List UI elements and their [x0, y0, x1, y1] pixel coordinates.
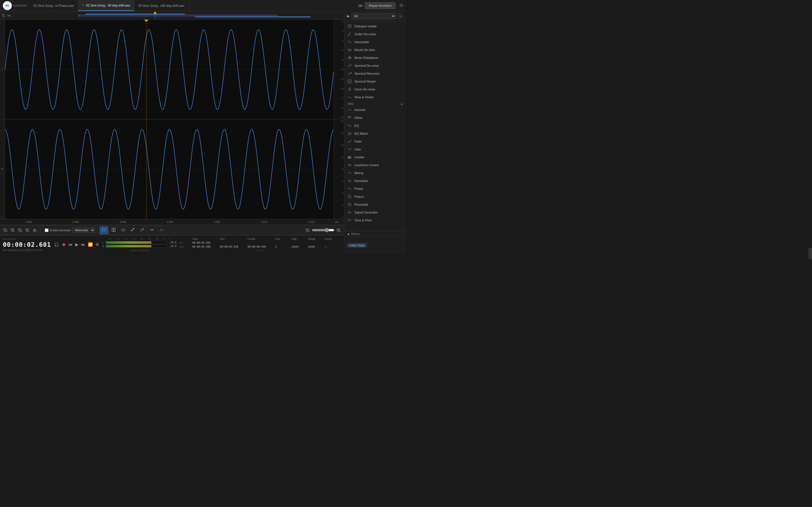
curve-tool[interactable] [157, 226, 166, 234]
overflow-tabs-icon[interactable]: ≫ [358, 3, 363, 9]
module-item-mixing[interactable]: Mixing [344, 169, 406, 177]
gain-icon [347, 147, 352, 152]
hand-tool-button[interactable] [32, 227, 38, 233]
record-button[interactable]: ⏺ [61, 241, 66, 247]
zoom-out-button[interactable] [2, 227, 8, 233]
select-magic-tool[interactable] [129, 226, 137, 234]
collapse-icon[interactable]: ⇅ [2, 13, 5, 18]
module-item-plugin[interactable]: Plug-in [344, 193, 406, 201]
module-item-phase[interactable]: Phase [344, 185, 406, 193]
instant-process-checkbox[interactable] [45, 228, 49, 232]
module-item-eq[interactable]: EQ [344, 122, 406, 129]
headphones-button[interactable]: 🎧 [53, 241, 60, 247]
module-item-voice-denoise[interactable]: Voice De-noise [344, 86, 406, 93]
module-filter-select[interactable]: All Repair Utility [351, 13, 396, 19]
module-item-spectral-denoise[interactable]: Spectral De-noise [344, 62, 406, 69]
module-item-resample[interactable]: Resample [344, 201, 406, 209]
settings-icon[interactable]: ⟳ [400, 3, 403, 8]
module-item-dialogue-isolate[interactable]: Dialogue Isolate [344, 22, 406, 30]
loudness-control-label: Loudness Control [354, 163, 378, 167]
module-item-mouth-declick[interactable]: Mouth De-click [344, 46, 406, 54]
level-tool[interactable] [148, 226, 156, 234]
music-rebalance-icon [347, 55, 352, 60]
module-item-loudness-control[interactable]: Loudness Control [344, 161, 406, 169]
svg-rect-49 [350, 157, 350, 159]
tab-file-1[interactable]: 01 Sine Gong - In Phase.wav [30, 0, 78, 11]
select-rect-tool[interactable] [100, 226, 108, 234]
module-item-fade[interactable]: Fade [344, 137, 406, 145]
utility-section-arrow[interactable]: ▲ [400, 102, 403, 105]
waveform-canvas-L [5, 20, 334, 119]
signal-generator-label: Signal Generator [354, 211, 378, 214]
zoom-in-button[interactable] [10, 227, 16, 233]
module-item-gain[interactable]: Gain [344, 145, 406, 153]
module-item-azimuth[interactable]: Azimuth [344, 106, 406, 114]
tab-file-2[interactable]: ✕ 02 Sine Gong - 90 deg shift.wav [78, 0, 135, 11]
repair-assistant-button[interactable]: Repair Assistant [365, 2, 396, 9]
guitar-denoise-icon [347, 32, 352, 37]
process-mode-select[interactable]: Attenuate Replace Soft Clip [72, 227, 95, 233]
history-expand-arrow[interactable]: ▲ [347, 232, 350, 235]
timeline-ruler[interactable] [12, 11, 344, 19]
play-button[interactable]: ▶ [74, 241, 79, 247]
instant-process-label[interactable]: Instant process [50, 228, 71, 232]
module-item-time-pitch[interactable]: Time & Pitch [344, 216, 406, 224]
module-item-normalize[interactable]: Normalize [344, 177, 406, 185]
instant-process-group: Instant process Attenuate Replace Soft C… [45, 227, 95, 233]
cursor-header: Cursor [324, 237, 341, 240]
db-scale: -2 -3 -4 -6 -8 -10 -15 -20 ∞ -20 -15 -20… [334, 20, 344, 219]
utility-section-label: Utility [347, 102, 354, 105]
app-subtitle: ADVANCED [13, 4, 27, 7]
toolbar: Instant process Attenuate Replace Soft C… [0, 225, 344, 235]
normalize-label: Normalize [354, 179, 368, 182]
right-panel: ▶ All Repair Utility ≡ Dialogue Isolate … [344, 11, 406, 253]
step-forward-button[interactable]: ⏭ [80, 241, 86, 247]
spectral-denoise-label: Spectral De-noise [354, 64, 379, 67]
wow-flutter-icon [347, 95, 352, 100]
db-15b: -15 [335, 116, 343, 119]
history-item-initial-state[interactable]: Initial State [347, 243, 367, 247]
expand-icon[interactable]: ⇔ [7, 13, 11, 18]
loop-button[interactable]: 🔁 [87, 241, 94, 247]
waveform-canvas[interactable] [5, 20, 334, 219]
module-item-music-rebalance[interactable]: Music Rebalance [344, 54, 406, 62]
waveform-channel-L[interactable] [5, 20, 334, 119]
module-item-signal-generator[interactable]: Signal Generator [344, 209, 406, 216]
time-format-arrow[interactable]: ▼ [14, 238, 16, 240]
module-item-wow-flutter[interactable]: Wow & Flutter [344, 93, 406, 101]
module-item-spectral-recovery[interactable]: Spectral Recovery [344, 69, 406, 77]
zoom-in-right-button[interactable] [336, 227, 342, 233]
tab-file-3[interactable]: 03 Sine Gong - 180 deg shift.wav [135, 0, 189, 11]
svg-line-53 [350, 197, 351, 198]
waveform-channel-R[interactable] [5, 119, 334, 219]
svg-line-23 [308, 231, 309, 232]
module-item-guitar-denoise[interactable]: Guitar De-noise [344, 30, 406, 38]
select-freq-tool[interactable] [119, 226, 128, 234]
module-item-spectral-repair[interactable]: Spectral Repair [344, 77, 406, 86]
time-tick-5: 2.605 [194, 221, 241, 223]
process-tool[interactable] [138, 226, 147, 234]
db-15: -15 [335, 78, 343, 80]
guitar-denoise-label: Guitar De-noise [354, 33, 376, 36]
zoom-slider[interactable] [312, 228, 335, 232]
transport-settings-button[interactable]: ⚙ [95, 241, 100, 247]
channel-label-L: L [0, 20, 5, 119]
svg-rect-40 [349, 117, 349, 117]
module-item-leveler[interactable]: Leveler [344, 153, 406, 161]
zoom-fit-button[interactable] [17, 227, 23, 233]
fade-icon [347, 139, 352, 144]
svg-rect-41 [350, 117, 350, 117]
panel-menu-button[interactable]: ≡ [398, 13, 403, 18]
zoom-out-right-button[interactable] [305, 227, 311, 233]
file-info: 16-bit | 44100 Hz [102, 249, 176, 252]
module-item-interpolate[interactable]: Interpolate [344, 38, 406, 46]
module-item-dither[interactable]: Dither [344, 114, 406, 122]
tab-close-icon[interactable]: ✕ [82, 4, 84, 7]
meter-bar-bg-L [106, 241, 167, 244]
select-time-tool[interactable] [109, 226, 118, 234]
meter-value-L: -10.0 [168, 241, 176, 244]
rewind-button[interactable]: ⏮ [68, 241, 73, 247]
module-item-eq-match[interactable]: EQ Match [344, 129, 406, 137]
play-button-small[interactable]: ▶ [347, 14, 350, 18]
zoom-selection-button[interactable] [24, 227, 31, 233]
